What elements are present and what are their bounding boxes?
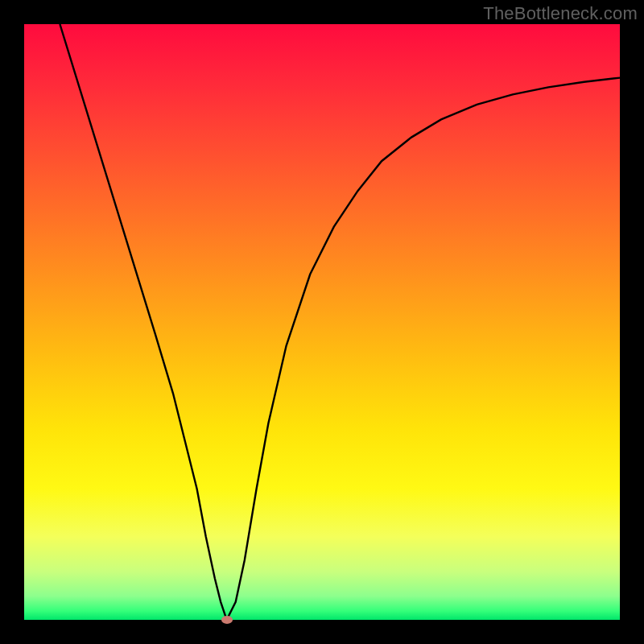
chart-frame [24, 24, 620, 620]
gradient-background [24, 24, 620, 620]
chart-canvas [24, 24, 620, 620]
watermark-text: TheBottleneck.com [483, 3, 638, 24]
